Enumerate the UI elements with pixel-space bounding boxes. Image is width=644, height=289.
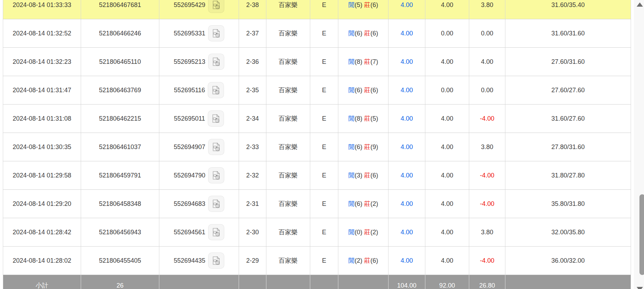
- video-replay-button[interactable]: [208, 253, 224, 269]
- cell-bet-amount: 4.00: [389, 19, 425, 48]
- cell-table-code: E: [310, 48, 338, 76]
- bet-amount-link[interactable]: 4.00: [400, 257, 413, 264]
- cell-bet-id: 521806462215: [81, 105, 159, 133]
- table-row[interactable]: 2024-08-14 01:30:35 521806461037 5526949…: [3, 133, 631, 161]
- cell-game-name: 百家樂: [266, 105, 310, 133]
- subtotal-valid-total: 92.00: [425, 275, 469, 289]
- table-row[interactable]: 2024-08-14 01:33:33 521806467681 5526954…: [3, 0, 631, 19]
- cell-bet-id: 521806465110: [81, 48, 159, 76]
- cell-table-code: E: [310, 161, 338, 190]
- cell-bet-amount: 4.00: [389, 247, 425, 275]
- video-replay-button[interactable]: [208, 82, 224, 98]
- player-result-label: 閒: [348, 115, 354, 122]
- cell-win-loss: 4.00: [469, 48, 505, 76]
- bet-amount-link[interactable]: 4.00: [400, 1, 413, 8]
- bet-amount-link[interactable]: 4.00: [400, 58, 413, 65]
- round-id: 552695213: [174, 58, 205, 66]
- cell-balance: 27.60/27.60: [505, 76, 631, 105]
- video-replay-button[interactable]: [208, 110, 224, 127]
- cell-win-loss: 0.00: [469, 76, 505, 105]
- scroll-up-arrow-icon[interactable]: [637, 2, 643, 7]
- banker-result-label: 莊: [364, 172, 371, 179]
- cell-valid-amount: 4.00: [425, 161, 469, 190]
- bet-amount-link[interactable]: 4.00: [400, 30, 413, 37]
- table-row[interactable]: 2024-08-14 01:28:02 521806455405 5526944…: [3, 247, 631, 275]
- video-replay-button[interactable]: [208, 25, 224, 41]
- table-row[interactable]: 2024-08-14 01:31:47 521806463769 5526951…: [3, 76, 631, 105]
- cell-valid-amount: 0.00: [425, 76, 469, 105]
- banker-result-value: (9): [371, 143, 378, 150]
- bet-amount-link[interactable]: 4.00: [400, 229, 413, 236]
- subtotal-empty-cell: [505, 275, 631, 289]
- player-result-label: 閒: [348, 30, 354, 37]
- cell-win-loss: 3.80: [469, 133, 505, 161]
- player-result-label: 閒: [348, 172, 354, 179]
- cell-win-loss: -4.00: [469, 105, 505, 133]
- video-replay-icon: [211, 85, 221, 95]
- round-id: 552695116: [174, 87, 205, 94]
- cell-game-name: 百家樂: [266, 76, 310, 105]
- video-replay-button[interactable]: [208, 224, 224, 240]
- cell-valid-amount: 4.00: [425, 133, 469, 161]
- cell-table-code: E: [310, 76, 338, 105]
- scroll-down-arrow-icon[interactable]: [637, 287, 643, 289]
- bet-amount-link[interactable]: 4.00: [400, 172, 413, 179]
- cell-bet-amount: 4.00: [389, 218, 425, 247]
- player-result-value: (2): [354, 257, 362, 264]
- banker-result-value: (2): [371, 200, 378, 207]
- video-replay-button[interactable]: [208, 167, 224, 183]
- bet-amount-link[interactable]: 4.00: [400, 87, 413, 94]
- bet-amount-link[interactable]: 4.00: [400, 200, 413, 207]
- table-row[interactable]: 2024-08-14 01:28:42 521806456943 5526945…: [3, 218, 631, 247]
- cell-game-name: 百家樂: [266, 247, 310, 275]
- subtotal-count: 26: [81, 275, 159, 289]
- video-replay-button[interactable]: [208, 196, 224, 212]
- video-replay-button[interactable]: [208, 54, 224, 70]
- video-replay-button[interactable]: [208, 139, 224, 155]
- cell-table-round: 2-34: [239, 105, 266, 133]
- video-replay-button[interactable]: [208, 0, 224, 13]
- cell-bet-id: 521806459791: [81, 161, 159, 190]
- cell-bet-amount: 4.00: [389, 0, 425, 19]
- table-row[interactable]: 2024-08-14 01:32:23 521806465110 5526952…: [3, 48, 631, 76]
- player-result-value: (6): [354, 200, 362, 207]
- round-id: 552694683: [174, 200, 205, 208]
- table-row[interactable]: 2024-08-14 01:29:20 521806458348 5526946…: [3, 190, 631, 218]
- scrollbar-thumb[interactable]: [639, 194, 644, 275]
- table-row[interactable]: 2024-08-14 01:32:52 521806466246 5526953…: [3, 19, 631, 48]
- cell-table-code: E: [310, 105, 338, 133]
- cell-balance: 27.60/31.60: [505, 48, 631, 76]
- cell-balance: 31.60/27.60: [505, 105, 631, 133]
- player-result-value: (3): [354, 172, 362, 179]
- video-replay-icon: [211, 57, 221, 67]
- cell-round: 552694561: [159, 218, 239, 247]
- cell-bet-amount: 4.00: [389, 76, 425, 105]
- player-result-value: (6): [354, 30, 362, 37]
- cell-bet-id: 521806456943: [81, 218, 159, 247]
- round-id: 552695011: [174, 115, 205, 122]
- table-row[interactable]: 2024-08-14 01:29:58 521806459791 5526947…: [3, 161, 631, 190]
- cell-table-code: E: [310, 190, 338, 218]
- banker-result-value: (6): [371, 30, 378, 37]
- cell-balance: 31.80/27.80: [505, 161, 631, 190]
- table-row[interactable]: 2024-08-14 01:31:08 521806462215 5526950…: [3, 105, 631, 133]
- bet-amount-link[interactable]: 4.00: [400, 143, 413, 150]
- video-replay-icon: [211, 142, 221, 152]
- banker-result-value: (6): [371, 257, 378, 264]
- cell-game-name: 百家樂: [266, 48, 310, 76]
- cell-game-result: 閒(2) 莊(6): [338, 247, 389, 275]
- bet-amount-link[interactable]: 4.00: [400, 115, 413, 122]
- cell-win-loss: 3.80: [469, 0, 505, 19]
- cell-balance: 36.00/32.00: [505, 247, 631, 275]
- video-replay-icon: [211, 227, 221, 237]
- cell-bet-amount: 4.00: [389, 133, 425, 161]
- cell-game-name: 百家樂: [266, 161, 310, 190]
- player-result-value: (8): [354, 58, 362, 65]
- cell-game-name: 百家樂: [266, 0, 310, 19]
- subtotal-winloss-total: 26.80: [469, 275, 505, 289]
- player-result-value: (8): [354, 115, 362, 122]
- cell-valid-amount: 4.00: [425, 218, 469, 247]
- cell-bet-time: 2024-08-14 01:33:33: [3, 0, 81, 19]
- cell-table-round: 2-32: [239, 161, 266, 190]
- cell-game-result: 閒(6) 莊(6): [338, 19, 389, 48]
